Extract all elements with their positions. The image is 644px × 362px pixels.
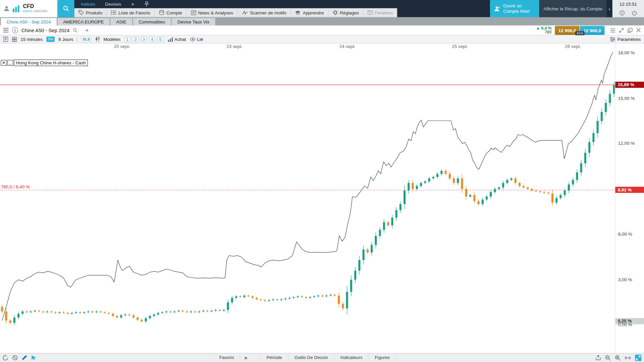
star-icon[interactable]: ★ (240, 355, 251, 361)
toolbar-label: Fenêtres (375, 10, 393, 15)
open-real-account-button[interactable]: Ouvrir un Compte Réel (490, 0, 539, 17)
current-price-badge: 15,89 % (615, 81, 644, 87)
popout-icon[interactable] (628, 28, 633, 33)
achat-toggle[interactable]: Achat (168, 37, 186, 42)
cursor-icon[interactable] (31, 355, 37, 360)
account-icon[interactable] (3, 5, 10, 12)
model-5-button[interactable]: 5 (157, 36, 163, 42)
periode-button[interactable]: Période (260, 353, 288, 362)
account-id: 13201555 (33, 9, 47, 13)
y-axis-label: 18,00 % (618, 50, 635, 55)
chart-area[interactable]: 20 sept.23 sept.24 sept.25 sept.26 sept.… (0, 44, 644, 353)
candlestick-icon[interactable] (95, 37, 100, 42)
model-4-button[interactable]: 4 (149, 36, 155, 42)
timeframe-select[interactable]: 15 minutes (20, 37, 43, 42)
indicateurs-button[interactable]: Indicateurs (334, 353, 369, 362)
hamburger-icon[interactable] (3, 28, 9, 32)
main-toolbar: Produits Liste de Favoris Compte News & … (74, 8, 397, 17)
instrument-search-icon[interactable] (73, 28, 78, 33)
close-icon[interactable] (636, 28, 641, 32)
lie-toggle[interactable]: Lié (190, 37, 203, 42)
parametres-button[interactable]: Paramètres (610, 37, 641, 42)
y-axis-label: 3,00 % (618, 277, 632, 282)
timeframe-badge[interactable]: 5m (46, 37, 55, 42)
sls-badge[interactable]: SLS (81, 36, 92, 42)
chevron-left-icon: ‹ (608, 6, 610, 12)
journal-icon[interactable] (3, 37, 8, 42)
add-chart-tab-button[interactable]: + (85, 27, 89, 34)
toolbar-produits-button[interactable]: Produits (74, 8, 107, 17)
nav-tab-devises[interactable]: Devises (105, 2, 121, 7)
pin-icon[interactable] (144, 1, 149, 7)
chart-header: 1 Chine A50 - Sep 2024 + ▲ 6,4 % 780 12 … (0, 25, 644, 35)
model-3-button[interactable]: 3 (141, 36, 147, 42)
price-boxes: 12 956,0 12 966,0 10.0 (555, 26, 604, 35)
info-icon[interactable] (619, 10, 625, 16)
brand-logo-icon (13, 5, 20, 12)
figures-button[interactable]: Figures (369, 353, 396, 362)
y-axis[interactable]: 15,89 % 8,92 % 0,25 % 18,00 %15,00 %12,0… (615, 44, 644, 353)
search-button[interactable] (57, 0, 74, 17)
add-nav-tab-button[interactable]: + (131, 1, 135, 7)
collapse-panel-button[interactable]: ‹ (607, 0, 612, 17)
disable-tools-icon[interactable] (12, 355, 18, 360)
toolbar-label: News & Analyses (198, 10, 233, 15)
overlay-series-label: × _ Hong Kong Chine H-shares - Cash (1, 60, 88, 66)
system-column: 12:15:51 (612, 0, 644, 17)
expand-icon[interactable] (619, 28, 624, 33)
toolbar-favoris-button[interactable]: Liste de Favoris (107, 8, 155, 17)
workspace-tab-america-europe[interactable]: AMERICA EUROPE (57, 18, 110, 25)
toolbar-reglages-button[interactable]: Réglages (328, 8, 364, 17)
chart-window-controls (610, 28, 641, 33)
toolbar-compte-button[interactable]: Compte (155, 8, 187, 17)
toolbar-label: Liste de Favoris (118, 10, 150, 15)
overlay-series-name[interactable]: Hong Kong Chine H-shares - Cash (14, 60, 88, 66)
workspace-tab-devise-taux-vix[interactable]: Devise Taux Vix (172, 18, 215, 25)
chart-tab-index-badge: 1 (12, 27, 18, 33)
y-axis-label: 12,00 % (618, 141, 635, 146)
zoom-in-icon[interactable] (615, 355, 621, 361)
change-points: 780 (536, 30, 552, 34)
search-icon (63, 5, 69, 12)
account-summary-button[interactable]: Afficher le Récap. du Compte (539, 0, 607, 17)
toolbar-news-button[interactable]: News & Analyses (187, 8, 238, 17)
zoom-out-icon[interactable] (605, 355, 611, 361)
layout-grid-icon[interactable] (12, 37, 17, 42)
app-window: CFD Demo 13201555 Indices Devises + (0, 0, 644, 362)
outils-de-dessin-button[interactable]: Outils De Dessin (288, 353, 334, 362)
top-bar: CFD Demo 13201555 Indices Devises + (0, 0, 644, 17)
toolbar-scanner-button[interactable]: Scanner de motifs (237, 8, 291, 17)
nav-tab-indices[interactable]: Indices (81, 2, 95, 7)
open-real-line1: Ouvrir un (503, 3, 522, 8)
pan-horizontal-icon[interactable] (625, 356, 631, 360)
toolbar-apprendre-button[interactable]: Apprendre (291, 8, 328, 17)
workspace-tab-commodities[interactable]: Commodities (133, 18, 171, 25)
candlestick-series (1, 81, 615, 325)
drawing-quick-tools (0, 355, 37, 361)
toolbar-label: Compte (166, 10, 182, 15)
lie-label: Lié (197, 37, 203, 42)
divider (77, 37, 77, 42)
chart-toolbar: 15 minutes 5m 8 Jours SLS Modèles 1 2 3 … (0, 35, 644, 43)
minimize-overlay-button[interactable]: _ (7, 60, 13, 66)
toolbar-label: Apprendre (303, 10, 324, 15)
model-2-button[interactable]: 2 (132, 36, 139, 42)
range-select[interactable]: 8 Jours (58, 37, 73, 42)
workspace-tab-asie[interactable]: ASIE (110, 18, 132, 25)
instrument-name[interactable]: Chine A50 - Sep 2024 (21, 27, 70, 33)
power-icon[interactable] (632, 10, 637, 16)
toolbar-label: Réglages (340, 10, 359, 15)
model-1-button[interactable]: 1 (124, 36, 130, 42)
workspace-tab-chine-a50[interactable]: Chine A50 - Sep 2024 (1, 18, 56, 25)
fit-screen-icon[interactable] (635, 354, 642, 361)
favoris-button[interactable]: Favoris (213, 353, 240, 362)
price-chart[interactable] (0, 44, 615, 353)
position-level-label: 780,0 / 6,40 % (1, 184, 30, 189)
account-type: Demo (23, 9, 32, 13)
modeles-button[interactable]: Modèles (103, 37, 120, 42)
pencil-icon[interactable] (22, 355, 27, 360)
chart-menu-icon[interactable] (610, 28, 615, 32)
reset-icon[interactable] (2, 355, 8, 361)
export-icon[interactable] (596, 355, 601, 360)
remove-overlay-button[interactable]: × (1, 60, 6, 66)
